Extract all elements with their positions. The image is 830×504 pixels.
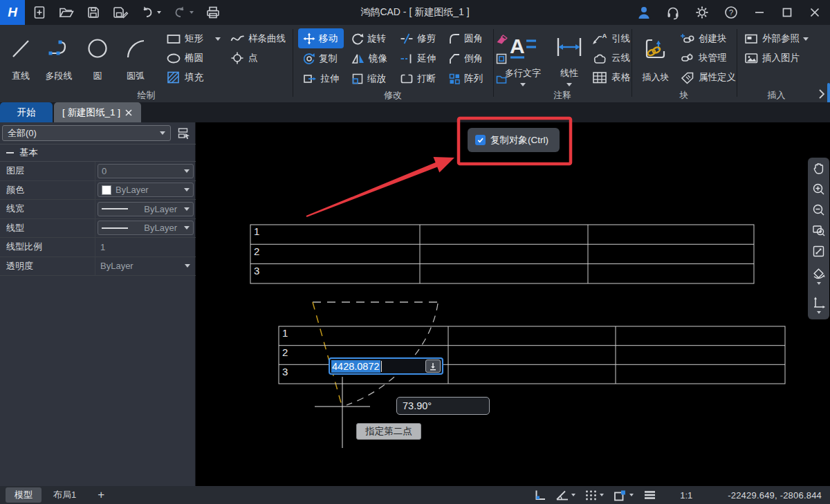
app-logo[interactable]: H: [0, 0, 25, 25]
copy-button[interactable]: 复制: [298, 48, 344, 68]
rectangle-button[interactable]: 矩形: [166, 29, 221, 48]
leader-icon: A: [591, 32, 608, 46]
block-manager-button[interactable]: 块管理: [680, 48, 736, 68]
polar-icon: [555, 489, 569, 501]
linear-dim-button[interactable]: 线性: [551, 26, 587, 87]
pan-button[interactable]: [808, 158, 829, 178]
copy-checkbox[interactable]: [475, 135, 486, 145]
xref-button[interactable]: 外部参照: [744, 29, 809, 48]
layer-dropdown[interactable]: 0: [98, 164, 194, 178]
move-button[interactable]: 移动: [298, 28, 344, 48]
leader-button[interactable]: A 引线: [591, 29, 630, 48]
print-button[interactable]: [201, 3, 225, 22]
tab-drawing[interactable]: [ 新建图纸_1 ]: [54, 102, 141, 122]
extend-button[interactable]: 延伸: [395, 48, 441, 68]
object-snap-toggle[interactable]: [613, 489, 634, 502]
layout1-tab[interactable]: 布局1: [44, 487, 85, 503]
transparency-dropdown[interactable]: ByLayer: [95, 261, 196, 271]
save-button[interactable]: [82, 3, 105, 22]
xref-dropdown-caret: [803, 37, 809, 41]
chamfer-button[interactable]: 倒角: [443, 48, 488, 68]
insert-image-button[interactable]: 插入图片: [744, 48, 809, 68]
undo-dropdown-caret: [157, 11, 161, 14]
ltscale-value[interactable]: 1: [95, 242, 196, 252]
zoom-in-icon: [812, 183, 825, 196]
arc-button[interactable]: 圆弧: [115, 26, 156, 82]
minimize-button[interactable]: [748, 3, 771, 22]
help-button[interactable]: ?: [719, 3, 743, 22]
rotate-button[interactable]: 旋转: [347, 28, 392, 48]
insert-block-button[interactable]: 插入块: [637, 26, 674, 87]
create-block-button[interactable]: 创建块: [680, 29, 736, 48]
snap-grid-toggle[interactable]: [584, 489, 604, 501]
zoom-in-button[interactable]: [808, 178, 829, 199]
polar-dropdown-caret: [571, 494, 575, 496]
image-icon: [744, 51, 759, 65]
zoom-out-button[interactable]: [808, 199, 829, 220]
draw-small-column-2: 样条曲线 点: [230, 29, 286, 68]
circle-button[interactable]: 圆: [80, 26, 115, 82]
spline-button[interactable]: 样条曲线: [230, 29, 286, 48]
revision-cloud-button[interactable]: 云线: [591, 48, 630, 68]
maximize-button[interactable]: [776, 3, 798, 22]
array-button[interactable]: 阵列: [443, 68, 488, 88]
user-account-button[interactable]: [632, 3, 656, 22]
help-icon: ?: [723, 5, 739, 20]
tab-close-icon[interactable]: [124, 109, 133, 117]
zoom-extents-button[interactable]: [808, 241, 829, 261]
redo-button[interactable]: [168, 3, 198, 22]
drawing-geometry: 1 2 3 1 2 3: [196, 122, 830, 486]
point-button[interactable]: 点: [230, 48, 286, 68]
stretch-button[interactable]: 拉伸: [298, 68, 344, 88]
save-as-button[interactable]: [108, 3, 133, 22]
scale-button[interactable]: 缩放: [347, 68, 392, 88]
linetype-dropdown[interactable]: ByLayer: [98, 221, 194, 235]
properties-section-basic[interactable]: 基本: [0, 144, 196, 162]
print-icon: [205, 5, 221, 20]
model-tab[interactable]: 模型: [6, 487, 42, 503]
drawing-canvas[interactable]: 1 2 3 1 2 3 4428.0872 73.90°: [196, 122, 830, 486]
table1-row-label: 3: [254, 265, 259, 277]
zoom-extents-icon: [812, 245, 825, 258]
color-dropdown[interactable]: ByLayer: [98, 183, 194, 197]
tab-start[interactable]: 开始: [0, 102, 53, 122]
mirror-icon: [351, 53, 365, 65]
quick-select-button[interactable]: [175, 124, 193, 142]
mtext-button[interactable]: A 多行文字: [499, 26, 547, 87]
ellipse-button[interactable]: 椭圆: [166, 48, 221, 68]
selection-filter-dropdown[interactable]: 全部(0): [2, 125, 171, 141]
draw-small-column-1: 矩形 椭圆 填充: [166, 29, 221, 87]
break-button[interactable]: 打断: [395, 68, 441, 88]
zoom-window-button[interactable]: [808, 220, 829, 241]
settings-button[interactable]: [690, 3, 714, 22]
mirror-button[interactable]: 镜像: [347, 48, 392, 68]
input-history-button[interactable]: [425, 360, 441, 373]
status-menu-button[interactable]: [643, 489, 657, 501]
orbit-button[interactable]: [808, 261, 829, 290]
table-button[interactable]: 表格: [591, 68, 630, 87]
undo-button[interactable]: [136, 3, 165, 22]
support-button[interactable]: [661, 3, 685, 22]
text-caret: [381, 361, 382, 372]
lineweight-dropdown[interactable]: ByLayer: [98, 202, 194, 216]
trim-button[interactable]: 修剪: [395, 28, 441, 48]
move-view-button[interactable]: [808, 290, 829, 319]
new-layout-button[interactable]: +: [98, 488, 104, 502]
close-button[interactable]: [804, 3, 826, 22]
hatch-button[interactable]: 填充: [166, 68, 221, 87]
dynamic-input-value[interactable]: 4428.0872: [331, 360, 380, 373]
new-file-button[interactable]: [28, 3, 51, 22]
annotation-scale[interactable]: 1:1: [680, 490, 692, 501]
grid-dropdown-caret: [600, 494, 604, 496]
ortho-toggle[interactable]: [533, 488, 546, 502]
ribbon-expand-button[interactable]: [816, 86, 827, 102]
polyline-button[interactable]: 多段线: [37, 26, 80, 82]
line-button[interactable]: 直线: [4, 26, 37, 82]
dynamic-input-field[interactable]: 4428.0872: [329, 357, 443, 375]
attribute-define-button[interactable]: 属性定义: [680, 68, 736, 87]
osnap-dropdown-caret: [629, 494, 634, 496]
open-button[interactable]: [54, 3, 79, 22]
fillet-button[interactable]: 圆角: [443, 28, 488, 48]
polar-tracking-toggle[interactable]: [555, 489, 575, 501]
panel-block: 插入块 创建块 块管理 属性定义 块: [631, 25, 737, 102]
